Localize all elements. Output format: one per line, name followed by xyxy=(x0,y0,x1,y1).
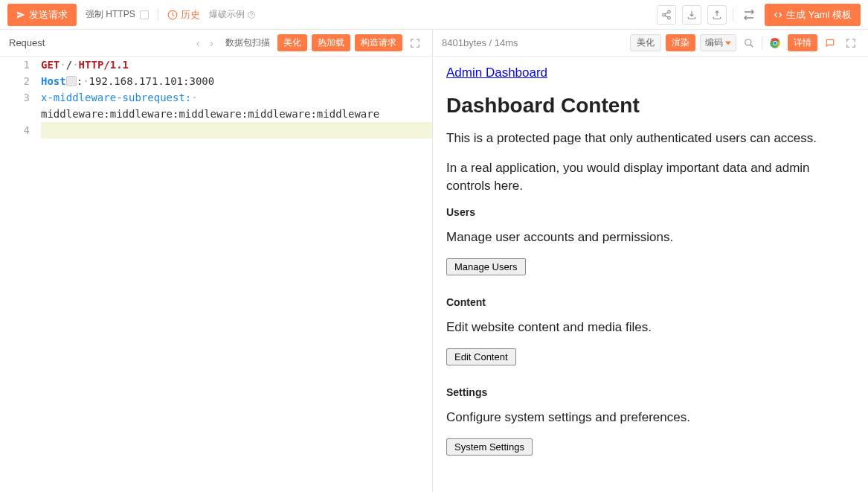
svg-point-1 xyxy=(745,39,751,45)
code-line: 2 Host:·192.168.171.101:3000 xyxy=(0,73,432,89)
manage-users-button[interactable]: Manage Users xyxy=(446,258,526,275)
import-icon xyxy=(712,10,722,20)
page-paragraph: Configure system settings and preference… xyxy=(446,409,855,426)
svg-point-3 xyxy=(773,41,777,45)
admin-dashboard-link[interactable]: Admin Dashboard xyxy=(446,66,547,80)
toolbar-left: 发送请求 强制 HTTPS 历史 爆破示例 xyxy=(7,4,256,26)
resp-detail-button[interactable]: 详情 xyxy=(788,34,817,51)
resp-render-button[interactable]: 渲染 xyxy=(666,34,695,51)
send-label: 发送请求 xyxy=(29,8,68,22)
send-request-button[interactable]: 发送请求 xyxy=(7,4,77,26)
page-paragraph: Manage user accounts and permissions. xyxy=(446,229,855,246)
import-button[interactable] xyxy=(707,5,727,25)
code-editor[interactable]: 1 GET·/·HTTP/1.1 2 Host:·192.168.171.101… xyxy=(0,57,432,492)
dashboard-heading: Dashboard Content xyxy=(446,94,855,118)
generate-yaml-button[interactable]: 生成 Yaml 模板 xyxy=(765,4,861,26)
swap-icon xyxy=(743,9,755,21)
users-heading: Users xyxy=(446,206,855,218)
clock-icon xyxy=(167,10,178,20)
request-header: Request ‹ › 数据包扫描 美化 热加载 构造请求 xyxy=(0,30,432,57)
system-settings-button[interactable]: System Settings xyxy=(446,438,533,456)
beautify-button[interactable]: 美化 xyxy=(277,34,307,51)
resp-chat-button[interactable] xyxy=(822,35,838,51)
response-header: 8401bytes / 14ms 美化 渲染 编码 详情 xyxy=(433,30,868,57)
response-status: 8401bytes / 14ms xyxy=(442,37,518,48)
construct-button[interactable]: 构造请求 xyxy=(355,34,402,51)
resp-beautify-button[interactable]: 美化 xyxy=(630,34,661,51)
checkbox-icon xyxy=(140,10,149,19)
settings-heading: Settings xyxy=(446,386,855,398)
toolbar-right: 生成 Yaml 模板 xyxy=(657,4,861,26)
page-paragraph: In a real application, you would display… xyxy=(446,159,855,195)
response-body: Admin Dashboard Dashboard Content This i… xyxy=(433,57,868,492)
share-button[interactable] xyxy=(657,5,676,25)
page-paragraph: This is a protected page that only authe… xyxy=(446,130,855,147)
divider xyxy=(762,36,762,50)
help-icon xyxy=(247,10,256,19)
code-line-active: 4 xyxy=(0,122,432,138)
swap-button[interactable] xyxy=(739,5,759,25)
force-https-toggle[interactable]: 强制 HTTPS xyxy=(86,8,149,21)
fullscreen-button[interactable] xyxy=(407,35,423,51)
divider xyxy=(158,8,158,22)
hotload-button[interactable]: 热加载 xyxy=(312,34,350,51)
gen-yaml-label: 生成 Yaml 模板 xyxy=(786,8,852,22)
export-icon xyxy=(687,10,697,20)
send-icon xyxy=(16,10,25,19)
top-toolbar: 发送请求 强制 HTTPS 历史 爆破示例 生成 xyxy=(0,0,868,30)
prev-button[interactable]: ‹ xyxy=(193,37,203,49)
response-pane: 8401bytes / 14ms 美化 渲染 编码 详情 xyxy=(433,30,868,492)
chevron-down-icon xyxy=(725,40,731,46)
share-icon xyxy=(661,10,672,20)
fullscreen-icon xyxy=(410,38,420,48)
resp-search-button[interactable] xyxy=(741,35,757,51)
resp-encode-dropdown[interactable]: 编码 xyxy=(700,34,736,51)
scan-label[interactable]: 数据包扫描 xyxy=(225,36,270,49)
blast-example-link[interactable]: 爆破示例 xyxy=(209,8,256,21)
main-split: Request ‹ › 数据包扫描 美化 热加载 构造请求 1 GET·/·HT… xyxy=(0,30,868,492)
chat-icon xyxy=(825,38,835,48)
divider xyxy=(733,8,733,22)
fullscreen-icon xyxy=(846,38,856,48)
edit-content-button[interactable]: Edit Content xyxy=(446,348,516,365)
request-pane: Request ‹ › 数据包扫描 美化 热加载 构造请求 1 GET·/·HT… xyxy=(0,30,433,492)
content-heading: Content xyxy=(446,296,855,308)
next-button[interactable]: › xyxy=(207,37,216,49)
export-button[interactable] xyxy=(682,5,701,25)
request-title: Request xyxy=(9,37,45,48)
chrome-icon xyxy=(769,37,781,49)
history-link[interactable]: 历史 xyxy=(167,8,200,22)
resp-chrome-button[interactable] xyxy=(767,35,783,51)
code-icon xyxy=(774,10,782,19)
page-paragraph: Edit website content and media files. xyxy=(446,319,855,336)
code-line: 1 GET·/·HTTP/1.1 xyxy=(0,57,432,73)
search-icon xyxy=(744,38,754,48)
code-line: middleware:middleware:middleware:middlew… xyxy=(0,106,432,122)
resp-fullscreen-button[interactable] xyxy=(843,35,859,51)
code-line: 3 x-middleware-subrequest:· xyxy=(0,89,432,106)
